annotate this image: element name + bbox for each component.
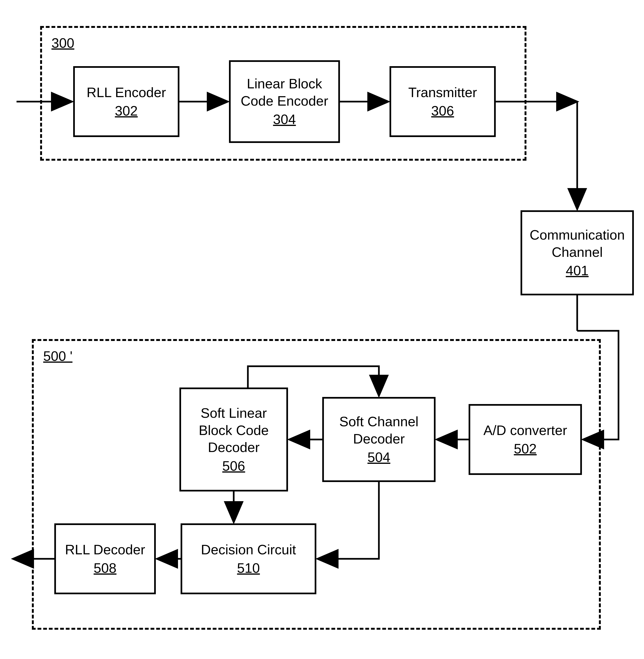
label: RLL Encoder [87,84,166,101]
diagram-canvas: 300 500 ' RLL Encoder 302 Linear Block C… [0,0,644,659]
ref: 510 [237,559,260,577]
label2: Channel [552,244,603,261]
block-ad-converter: A/D converter 502 [468,404,582,475]
label: A/D converter [483,422,567,439]
label1: Soft Channel [339,413,418,430]
label2: Block Code [199,422,269,439]
block-transmitter: Transmitter 306 [390,66,496,137]
label2: Code Encoder [241,92,328,110]
ref: 306 [431,102,454,119]
block-soft-channel-dec: Soft Channel Decoder 504 [322,397,436,482]
label1: Soft Linear [201,404,267,422]
ref: 502 [514,440,537,458]
label: Transmitter [408,84,477,101]
ref: 302 [115,102,138,119]
label3: Decoder [208,439,259,456]
label: RLL Decoder [65,541,145,558]
ref: 304 [273,111,296,128]
group-rx-ref: 500 ' [43,348,72,364]
block-rll-decoder: RLL Decoder 508 [54,523,156,594]
label1: Communication [530,226,625,244]
block-comm-channel: Communication Channel 401 [521,210,634,295]
ref: 401 [566,262,589,279]
block-soft-lbc-dec: Soft Linear Block Code Decoder 506 [179,388,288,491]
block-rll-encoder: RLL Encoder 302 [73,66,179,137]
group-tx-ref: 300 [51,35,74,51]
ref: 506 [222,458,245,475]
ref: 508 [94,559,117,577]
block-decision-circuit: Decision Circuit 510 [181,523,316,594]
label: Decision Circuit [201,541,296,558]
label2: Decoder [353,430,405,447]
ref: 504 [368,449,390,466]
label1: Linear Block [247,75,322,92]
block-lbc-encoder: Linear Block Code Encoder 304 [229,60,340,143]
